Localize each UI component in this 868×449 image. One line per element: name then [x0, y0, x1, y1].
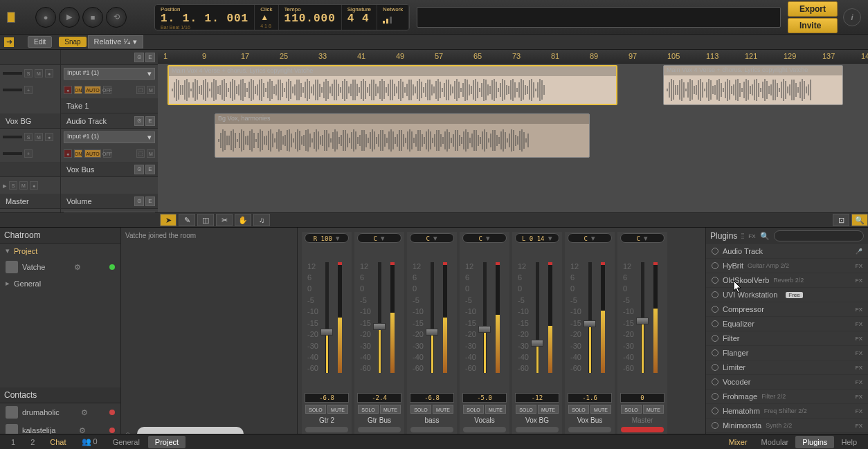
strip-volbar[interactable] [305, 427, 348, 432]
on-btn[interactable]: ON [74, 86, 82, 94]
strip-volbar[interactable] [516, 427, 559, 432]
invite-button[interactable]: Invite [788, 18, 838, 33]
solo-button[interactable]: SOLO [410, 405, 431, 414]
solo-button[interactable]: SOLO [358, 405, 379, 414]
plugin-item[interactable]: Audio Track 🎤 [706, 244, 868, 259]
auto-btn[interactable]: AUTO [84, 149, 101, 158]
fader-handle[interactable] [478, 326, 491, 333]
record-button[interactable]: ● [35, 7, 56, 28]
mute-button[interactable]: MUTE [485, 405, 506, 414]
plugins-search[interactable] [774, 230, 864, 241]
plugin-item[interactable]: Flanger FX [706, 346, 868, 360]
eraser-tool[interactable]: ◫ [197, 214, 214, 226]
fader-track[interactable] [536, 262, 539, 373]
mute-button[interactable]: MUTE [643, 405, 664, 414]
track-edit-icon[interactable]: E [145, 53, 155, 62]
footer-tab[interactable]: 👥 0 [75, 435, 105, 448]
track-opt-icon[interactable]: ⊙ [134, 116, 144, 126]
footer-tab[interactable]: 2 [24, 436, 42, 448]
off-btn[interactable]: OFF [103, 149, 111, 158]
snap-button[interactable]: Snap [59, 37, 86, 47]
solo-button[interactable]: SOLO [516, 405, 536, 414]
footer-tab[interactable]: Plugins [795, 436, 834, 448]
strip-volbar[interactable] [463, 427, 506, 432]
timeline-overview[interactable] [417, 7, 781, 28]
hand-tool[interactable]: ✋ [235, 214, 251, 226]
project-room[interactable]: ▾Project [0, 244, 120, 258]
solo-button[interactable]: SOLO [568, 405, 589, 414]
mono-btn[interactable]: M [147, 149, 155, 158]
db-display[interactable]: -6.8 [410, 393, 454, 403]
pan-slider[interactable] [3, 136, 22, 138]
zoom-fit[interactable]: ⊡ [833, 214, 849, 226]
meter-btn[interactable]: ⬚ [136, 86, 145, 94]
fader-handle[interactable] [426, 329, 438, 336]
add-btn[interactable]: + [24, 149, 33, 158]
timeline[interactable]: 1917253341495765738189971051131211291371… [158, 50, 868, 212]
plugin-item[interactable]: Compressor FX [706, 302, 868, 317]
tempo-value[interactable]: 110.000 [284, 12, 336, 25]
pan-display[interactable]: L 0 14 ▾ [515, 233, 559, 243]
db-display[interactable]: -12 [515, 393, 559, 403]
pan-display[interactable]: C ▾ [568, 233, 612, 243]
plugin-item[interactable]: Limiter FX [706, 360, 868, 375]
input-dropdown[interactable]: Input #1 (1) ▾ [64, 68, 155, 80]
rec-icon[interactable]: ● [64, 149, 72, 158]
fader-handle[interactable] [531, 340, 543, 347]
vol-slider[interactable] [3, 152, 22, 155]
strip-volbar[interactable] [410, 427, 453, 432]
plugin-item[interactable]: HyBrit Guitar Amp 2/2 FX [706, 259, 868, 273]
rec-icon[interactable]: ● [64, 86, 72, 94]
fader-track[interactable] [378, 262, 381, 373]
metronome-icon[interactable]: ▲ [260, 12, 272, 24]
strip-volbar[interactable] [621, 427, 664, 432]
input-dropdown[interactable]: All → Chn 1 ▾ [64, 212, 155, 213]
on-btn[interactable]: ON [74, 149, 82, 158]
edit-button[interactable]: Edit [28, 36, 52, 48]
mono-btn[interactable]: M [147, 86, 155, 94]
fader-handle[interactable] [373, 323, 386, 330]
plugins-fx-icon[interactable]: FX [748, 233, 755, 239]
vol-slider[interactable] [3, 89, 22, 91]
chat-user[interactable]: Vatche⚙ [0, 258, 120, 276]
arm-btn[interactable]: ● [45, 133, 53, 141]
pencil-tool[interactable]: ✎ [179, 214, 195, 226]
gear-icon[interactable]: ⚙ [81, 408, 88, 417]
plugins-view-icon[interactable]: ⦙⦙ [741, 232, 744, 241]
db-display[interactable]: -5.0 [462, 393, 507, 403]
plugin-item[interactable]: Equalizer FX [706, 317, 868, 331]
plugin-item[interactable]: Vocoder FX [706, 375, 868, 390]
auto-btn[interactable]: AUTO [84, 86, 101, 94]
note-tool[interactable]: ♫ [253, 214, 270, 226]
info-button[interactable]: i [843, 8, 861, 26]
strip-volbar[interactable] [358, 427, 401, 432]
mute-btn[interactable]: M [19, 181, 28, 190]
pan-display[interactable]: C ▾ [410, 233, 454, 243]
pan-display[interactable]: C ▾ [357, 233, 401, 243]
cut-tool[interactable]: ✂ [216, 214, 233, 226]
fader-track[interactable] [641, 262, 644, 373]
pan-display[interactable]: C ▾ [462, 233, 507, 243]
mute-button[interactable]: MUTE [433, 405, 453, 414]
fader-handle[interactable] [320, 329, 333, 336]
contact-item[interactable]: drumaholic⚙ [0, 403, 120, 421]
footer-tab[interactable]: Help [834, 436, 864, 448]
track-edit-icon[interactable]: E [145, 196, 155, 206]
fader-track[interactable] [588, 262, 592, 373]
db-display[interactable]: -1.6 [568, 393, 612, 403]
track-opt-icon[interactable]: ⊙ [134, 53, 144, 62]
footer-tab[interactable]: Chat [43, 436, 73, 448]
mute-btn[interactable]: M [35, 69, 43, 77]
pan-slider[interactable] [3, 72, 22, 75]
track-edit-icon[interactable]: E [145, 165, 155, 174]
solo-button[interactable]: SOLO [305, 405, 326, 414]
fader-track[interactable] [431, 262, 434, 373]
play-button[interactable]: ▶ [59, 7, 80, 28]
plugin-item[interactable]: Filter FX [706, 331, 868, 346]
arm-btn[interactable]: ● [30, 181, 38, 190]
db-display[interactable]: 0 [620, 393, 664, 403]
footer-tab[interactable]: Modular [754, 436, 796, 448]
pan-display[interactable]: C ▾ [620, 233, 664, 243]
loop-button[interactable]: ⟲ [106, 7, 127, 28]
clip-main-vox-2[interactable]: Main Vox 4 Verse + chorus. Lyrics copyri… [663, 65, 843, 105]
